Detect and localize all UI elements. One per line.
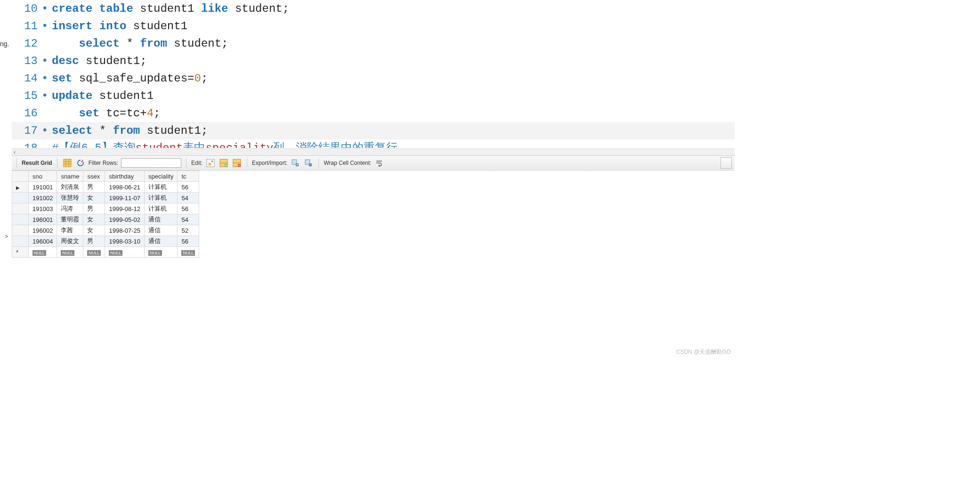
cell-null[interactable]: NULL — [83, 247, 105, 258]
left-panel-arrow[interactable]: > — [5, 233, 8, 240]
code-line[interactable]: 11•insert into student1 — [12, 17, 735, 35]
watermark: CSDN @天道酬勤GO — [676, 348, 731, 356]
cell[interactable]: 56 — [178, 203, 199, 214]
cell-null[interactable]: NULL — [178, 247, 199, 258]
sql-editor[interactable]: 10•create table student1 like student;11… — [12, 0, 735, 148]
refresh-icon[interactable] — [75, 158, 86, 168]
row-header[interactable] — [12, 203, 29, 214]
cell[interactable]: 56 — [178, 182, 199, 193]
cell[interactable]: 1998-03-10 — [105, 236, 145, 247]
code-line[interactable]: 14•set sql_safe_updates=0; — [12, 70, 735, 87]
editor-horizontal-scrollbar[interactable]: ‹ — [12, 148, 735, 155]
wrap-cell-label: Wrap Cell Content: — [324, 160, 371, 166]
row-header[interactable] — [12, 214, 29, 225]
cell-null[interactable]: NULL — [144, 247, 177, 258]
row-header-new[interactable] — [12, 247, 29, 258]
edit-pencil-icon[interactable] — [205, 158, 216, 168]
line-number: 13 — [12, 52, 41, 70]
cell[interactable]: 1998-06-21 — [105, 182, 145, 193]
code-line[interactable]: 12 select * from student; — [12, 35, 735, 52]
cell[interactable]: 计算机 — [144, 182, 177, 193]
line-number: 15 — [12, 87, 41, 105]
code-line[interactable]: 17•select * from student1; — [12, 122, 735, 139]
cell-null[interactable]: NULL — [29, 247, 57, 258]
row-header[interactable] — [12, 225, 29, 236]
statement-marker: • — [41, 0, 52, 17]
cell[interactable]: 通信 — [144, 236, 177, 247]
cell[interactable]: 男 — [83, 182, 105, 193]
cell[interactable]: 女 — [83, 214, 105, 225]
cell[interactable]: 男 — [83, 203, 105, 214]
cell[interactable]: 李茜 — [57, 225, 83, 236]
cell[interactable]: 54 — [178, 193, 199, 203]
table-row[interactable]: 196004周俊文男1998-03-10通信56 — [12, 236, 199, 247]
table-row-new[interactable]: NULLNULLNULLNULLNULLNULL — [12, 247, 199, 258]
grid-icon[interactable] — [62, 158, 73, 168]
result-grid-label: Result Grid — [22, 160, 52, 166]
cell[interactable]: 191002 — [29, 193, 57, 203]
code-line[interactable]: 10•create table student1 like student; — [12, 0, 735, 17]
left-panel-text: ng. — [0, 40, 9, 48]
cell[interactable]: 女 — [83, 225, 105, 236]
toolbar-right-box[interactable] — [721, 157, 732, 169]
statement-marker: • — [41, 122, 52, 139]
column-header[interactable]: sname — [57, 171, 83, 182]
cell[interactable]: 通信 — [144, 214, 177, 225]
cell[interactable]: 191001 — [29, 182, 57, 193]
cell[interactable]: 周俊文 — [57, 236, 83, 247]
cell[interactable]: 冯涛 — [57, 203, 83, 214]
delete-row-icon[interactable] — [232, 158, 242, 168]
result-grid[interactable]: snosnamessexsbirthdayspecialitytc191001刘… — [12, 171, 735, 258]
row-header[interactable] — [12, 182, 29, 193]
code-line[interactable]: 13•desc student1; — [12, 52, 735, 70]
column-header[interactable]: sbirthday — [105, 171, 145, 182]
cell-null[interactable]: NULL — [57, 247, 83, 258]
cell[interactable]: 1998-07-25 — [105, 225, 145, 236]
cell[interactable]: 196001 — [29, 214, 57, 225]
column-header[interactable]: speciality — [144, 171, 177, 182]
code-line-partial[interactable]: 18#【例6.5】查询student表中speciality列，消除结果中的重复… — [12, 139, 735, 148]
cell-null[interactable]: NULL — [105, 247, 145, 258]
statement-marker: • — [41, 17, 52, 35]
import-icon[interactable] — [303, 158, 314, 168]
line-number: 11 — [12, 17, 41, 35]
cell[interactable]: 54 — [178, 214, 199, 225]
cell[interactable]: 董明霞 — [57, 214, 83, 225]
cell[interactable]: 男 — [83, 236, 105, 247]
row-header[interactable] — [12, 193, 29, 203]
column-header[interactable]: sno — [29, 171, 57, 182]
wrap-icon[interactable] — [374, 158, 385, 168]
table-row[interactable]: 196001董明霞女1999-05-02通信54 — [12, 214, 199, 225]
cell[interactable]: 196004 — [29, 236, 57, 247]
scroll-left-button[interactable]: ‹ — [14, 149, 16, 155]
app-window: ng. > 10•create table student1 like stud… — [0, 0, 735, 358]
cell[interactable]: 196002 — [29, 225, 57, 236]
cell[interactable]: 191003 — [29, 203, 57, 214]
cell[interactable]: 女 — [83, 193, 105, 203]
filter-rows-input[interactable] — [121, 158, 181, 168]
cell[interactable]: 通信 — [144, 225, 177, 236]
column-header[interactable]: ssex — [83, 171, 105, 182]
cell[interactable]: 计算机 — [144, 203, 177, 214]
table-row[interactable]: 191001刘清泉男1998-06-21计算机56 — [12, 182, 199, 193]
cell[interactable]: 52 — [178, 225, 199, 236]
column-header[interactable]: tc — [178, 171, 199, 182]
filter-rows-label: Filter Rows: — [89, 160, 118, 166]
table-row[interactable]: 196002李茜女1998-07-25通信52 — [12, 225, 199, 236]
export-icon[interactable] — [290, 158, 300, 168]
svg-rect-0 — [64, 159, 71, 167]
statement-marker: • — [41, 87, 52, 105]
cell[interactable]: 56 — [178, 236, 199, 247]
row-header[interactable] — [12, 236, 29, 247]
cell[interactable]: 计算机 — [144, 193, 177, 203]
code-line[interactable]: 15•update student1 — [12, 87, 735, 105]
table-row[interactable]: 191002张慧玲女1999-11-07计算机54 — [12, 193, 199, 203]
table-row[interactable]: 191003冯涛男1999-08-12计算机56 — [12, 203, 199, 214]
cell[interactable]: 1999-11-07 — [105, 193, 145, 203]
cell[interactable]: 张慧玲 — [57, 193, 83, 203]
cell[interactable]: 1999-08-12 — [105, 203, 145, 214]
cell[interactable]: 1999-05-02 — [105, 214, 145, 225]
cell[interactable]: 刘清泉 — [57, 182, 83, 193]
code-line[interactable]: 16 set tc=tc+4; — [12, 105, 735, 122]
insert-row-icon[interactable] — [219, 158, 229, 168]
